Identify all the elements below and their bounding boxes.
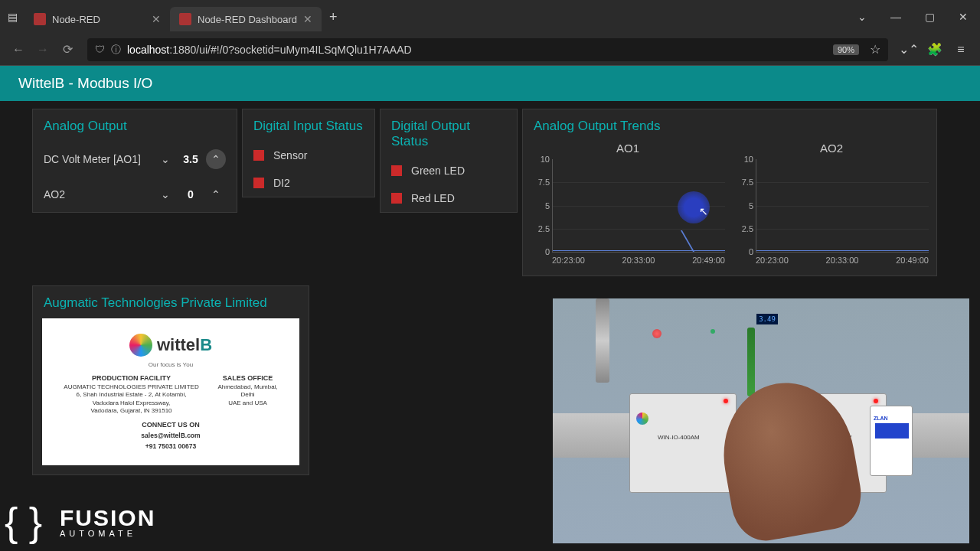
close-icon[interactable]: ✕ — [152, 13, 161, 25]
card-analog-output: Analog Output DC Volt Meter [AO1] ⌄ 3.5 … — [32, 109, 237, 213]
ao-label: DC Volt Meter [AO1] — [44, 153, 155, 165]
card-title: Digital Output Status — [381, 109, 517, 157]
prod-body: AUGMATIC TECHNOLOGIES PRIVATE LIMITED 6,… — [64, 383, 198, 416]
gateway-module: ZLAN — [870, 406, 913, 476]
led-icon — [874, 399, 878, 403]
x-axis-labels: 20:23:00 20:33:00 20:49:00 — [756, 256, 929, 265]
di-label: DI2 — [273, 177, 290, 189]
sales-head: SALES OFFICE — [217, 374, 277, 382]
shield-icon[interactable]: 🛡 — [95, 44, 105, 55]
tab-favicon — [179, 13, 191, 25]
watermark-subtitle: AUTOMATE — [60, 530, 155, 538]
led-icon — [391, 165, 402, 176]
pocket-icon[interactable]: ⌄⌃ — [897, 38, 920, 61]
chevron-down-icon[interactable]: ⌄ — [155, 149, 175, 169]
card-title: Analog Output — [33, 109, 237, 142]
led-icon — [391, 193, 402, 204]
url-text: localhost:1880/ui/#!/0?socketid=uMym4ILS… — [127, 44, 412, 56]
lcd-readout: 3.49 — [756, 314, 778, 324]
card-di-status: Digital Input Status Sensor DI2 — [242, 109, 375, 197]
chart-ao2: AO2 10 7.5 5 2.5 0 20:23:00 — [734, 142, 929, 265]
contact-phone: +91 75031 00673 — [145, 442, 196, 450]
card-title: Digital Input Status — [243, 109, 374, 142]
extensions-icon[interactable]: 🧩 — [923, 38, 946, 61]
module-body — [875, 423, 909, 439]
io-module-1: WIN-IO-400AM — [629, 393, 737, 493]
ao-value: 0 — [180, 188, 201, 201]
do-label: Red LED — [411, 192, 455, 204]
tagline: Our focus is You — [149, 361, 193, 368]
tab-label: Node-RED — [52, 14, 100, 25]
url-input[interactable]: 🛡 ⓘ localhost:1880/ui/#!/0?socketid=uMym… — [87, 38, 888, 61]
probe-icon — [596, 298, 609, 383]
cursor-icon: ↖ — [699, 205, 708, 217]
x-axis-labels: 20:23:00 20:33:00 20:49:00 — [552, 256, 725, 265]
do-row: Green LED — [381, 157, 517, 184]
tab-label: Node-RED Dashboard — [198, 14, 297, 25]
logo-icon — [636, 412, 648, 425]
maximize-button[interactable]: ▢ — [913, 0, 946, 34]
card-do-status: Digital Output Status Green LED Red LED — [380, 109, 518, 213]
hardware-photo: 3.49 WIN-IO-400AM WIN-IO-4AOMV ZLAN — [553, 298, 969, 543]
tab-dashboard[interactable]: Node-RED Dashboard ✕ — [170, 7, 322, 31]
chevron-up-icon[interactable]: ⌃ — [206, 184, 226, 204]
tab-list-button[interactable]: ⌄ — [845, 0, 879, 34]
y-axis-labels: 10 7.5 5 2.5 0 — [735, 155, 753, 256]
led-icon — [724, 399, 728, 403]
tab-node-red[interactable]: Node-RED ✕ — [24, 7, 170, 31]
close-window-button[interactable]: ✕ — [946, 0, 980, 34]
app-title-bar: WittelB - Modbus I/O — [0, 66, 980, 101]
led-icon — [710, 329, 715, 334]
chevron-down-icon[interactable]: ⌄ — [155, 184, 175, 204]
connect-label: CONNECT US ON — [142, 421, 200, 429]
chart-title: AO1 — [531, 142, 725, 155]
y-axis-labels: 10 7.5 5 2.5 0 — [531, 155, 550, 256]
led-icon — [253, 150, 264, 161]
led-icon — [253, 178, 264, 188]
card-title: Analog Output Trends — [523, 109, 936, 142]
watermark-title: FUSION — [60, 507, 155, 530]
ao-row-2: AO2 ⌄ 0 ⌃ — [33, 177, 237, 212]
ao-row-1: DC Volt Meter [AO1] ⌄ 3.5 ⌃ — [33, 142, 237, 177]
reload-button[interactable]: ⟳ — [57, 39, 78, 60]
do-label: Green LED — [411, 165, 465, 177]
di-row: DI2 — [243, 169, 374, 197]
chevron-up-icon[interactable]: ⌃ — [206, 149, 226, 169]
forward-button[interactable]: → — [32, 39, 54, 60]
watermark: { } FUSION AUTOMATE — [5, 497, 155, 546]
logo-icon — [129, 334, 152, 357]
card-trends: Analog Output Trends AO1 10 7.5 5 2.5 0 — [522, 109, 937, 276]
screwdriver-icon — [747, 328, 755, 396]
bookmark-icon[interactable]: ☆ — [870, 42, 880, 57]
prod-head: PRODUCTION FACILITY — [64, 374, 198, 382]
url-toolbar: ← → ⟳ 🛡 ⓘ localhost:1880/ui/#!/0?socketi… — [0, 34, 980, 66]
lock-icon[interactable]: ⓘ — [111, 43, 121, 57]
back-button[interactable]: ← — [8, 39, 29, 60]
zoom-badge[interactable]: 90% — [833, 44, 859, 55]
contact-email: sales@wittelB.com — [141, 432, 200, 439]
browser-tab-bar: ▤ Node-RED ✕ Node-RED Dashboard ✕ + ⌄ — … — [0, 0, 980, 34]
do-row: Red LED — [381, 184, 517, 212]
chart-line — [687, 230, 702, 252]
menu-icon[interactable]: ≡ — [949, 38, 972, 61]
card-company: Augmatic Technologies Private Limited wi… — [32, 285, 309, 475]
card-title: Augmatic Technologies Private Limited — [33, 286, 309, 318]
close-icon[interactable]: ✕ — [303, 13, 312, 25]
brand-name: wittelB — [157, 335, 212, 355]
module-label: WIN-IO-400AM — [658, 434, 700, 441]
watermark-icon: { } — [5, 497, 54, 546]
sidebar-toggle-icon[interactable]: ▤ — [0, 0, 24, 34]
chart-title: AO2 — [734, 142, 929, 155]
chart-ao1: AO1 10 7.5 5 2.5 0 ↖ — [531, 142, 725, 265]
tab-favicon — [34, 13, 46, 25]
ao-label: AO2 — [44, 188, 155, 201]
chart-line — [756, 250, 929, 251]
new-tab-button[interactable]: + — [322, 9, 345, 25]
di-label: Sensor — [273, 149, 307, 161]
minimize-button[interactable]: — — [879, 0, 913, 34]
sales-body: Ahmedabad, Mumbai, Delhi UAE and USA — [217, 383, 277, 407]
company-card-image: wittelB Our focus is You PRODUCTION FACI… — [42, 318, 299, 465]
app-title: WittelB - Modbus I/O — [18, 75, 152, 92]
led-glow — [652, 329, 662, 338]
ao-value: 3.5 — [180, 153, 201, 165]
